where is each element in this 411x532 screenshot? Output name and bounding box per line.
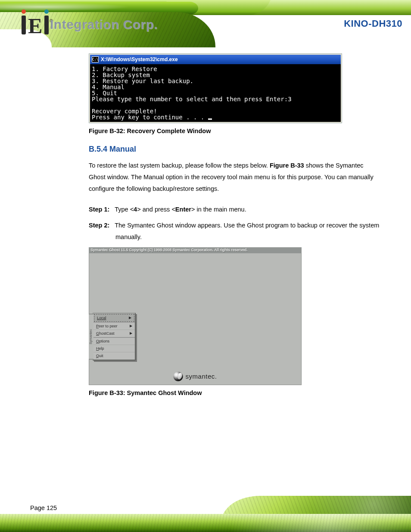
symantec-text: symantec. [186, 373, 217, 380]
step-1: Step 1: Type <4> and press <Enter> in th… [89, 204, 381, 215]
model-name: KINO-DH310 [344, 18, 402, 29]
step-2: Step 2: The Symantec Ghost window appear… [89, 220, 381, 243]
section-heading: B.5.4 Manual [89, 145, 381, 154]
cmd-icon: C:\ [92, 56, 99, 62]
symantec-logo: symantec. [174, 372, 217, 381]
logo-e: E [28, 17, 42, 34]
menu-label: Local [97, 316, 106, 320]
chevron-right-icon: ▶ [129, 316, 131, 320]
logo-i-right [44, 16, 49, 34]
ghost-menu[interactable]: Symantec Local ▶ Peer to peer ▶ GhostCas… [93, 313, 136, 361]
chevron-right-icon: ▶ [130, 331, 132, 335]
ghost-window: Symantec Ghost 11.5 Copyright (C) 1998-2… [89, 247, 302, 385]
ghost-menu-ghostcast[interactable]: GhostCast ▶ [93, 330, 135, 337]
footer-banner: Page 125 [0, 487, 411, 532]
cmd-body: 1. Factory Restore 2. Backup system 3. R… [90, 64, 341, 122]
cmd-window: C:\ X:\Windows\System32\cmd.exe 1. Facto… [89, 53, 342, 123]
cmd-line: Please type the number to select and the… [92, 96, 292, 103]
logo-dot-red [22, 9, 26, 14]
ghost-menu-quit[interactable]: Quit [93, 352, 135, 360]
step-text: > and press < [137, 206, 175, 213]
page-content: C:\ X:\Windows\System32\cmd.exe 1. Facto… [0, 48, 411, 407]
step-text: > in the main menu. [191, 206, 246, 213]
ghost-body: Symantec Local ▶ Peer to peer ▶ GhostCas… [89, 253, 302, 385]
cmd-title-text: X:\Windows\System32\cmd.exe [101, 56, 178, 62]
iei-logo: E ® [22, 9, 53, 34]
brand-text: Integration Corp. [50, 17, 158, 32]
step-text: Type < [115, 206, 134, 213]
ghost-menu-options[interactable]: Options [93, 337, 135, 345]
para-pre: To restore the last system backup, pleas… [89, 162, 268, 169]
figure-caption-1: Figure B-32: Recovery Complete Window [89, 128, 381, 134]
cmd-cursor [208, 118, 212, 120]
logo-i-left [22, 16, 26, 34]
step-no: Step 2: [89, 222, 109, 229]
ghost-menu-local[interactable]: Local ▶ [94, 314, 134, 322]
ghost-menu-help[interactable]: Help [93, 345, 135, 352]
header-right: KINO-DH310 [344, 18, 402, 29]
chevron-right-icon: ▶ [130, 324, 132, 328]
symantec-icon [174, 372, 183, 381]
cmd-titlebar: C:\ X:\Windows\System32\cmd.exe [90, 55, 341, 64]
steps-list: Step 1: Type <4> and press <Enter> in th… [89, 204, 381, 243]
footer-base [0, 514, 411, 532]
ghost-titlebar: Symantec Ghost 11.5 Copyright (C) 1998-2… [89, 247, 302, 253]
header-banner: E ® Integration Corp. KINO-DH310 [0, 0, 411, 48]
logo-dot-teal [44, 9, 49, 14]
step-no: Step 1: [89, 206, 109, 213]
cmd-line: Press any key to continue . . . [92, 114, 208, 121]
ghost-menu-tab: Symantec [89, 314, 93, 360]
section-para: To restore the last system backup, pleas… [89, 160, 381, 194]
ghost-menu-peer[interactable]: Peer to peer ▶ [93, 322, 135, 330]
step-text: The Symantec Ghost window appears. Use t… [115, 222, 379, 240]
figure-caption-2: Figure B-33: Symantec Ghost Window [89, 389, 381, 396]
step-key: 4 [134, 206, 137, 213]
step-key: Enter [175, 206, 191, 213]
page-number: Page 125 [30, 504, 57, 511]
